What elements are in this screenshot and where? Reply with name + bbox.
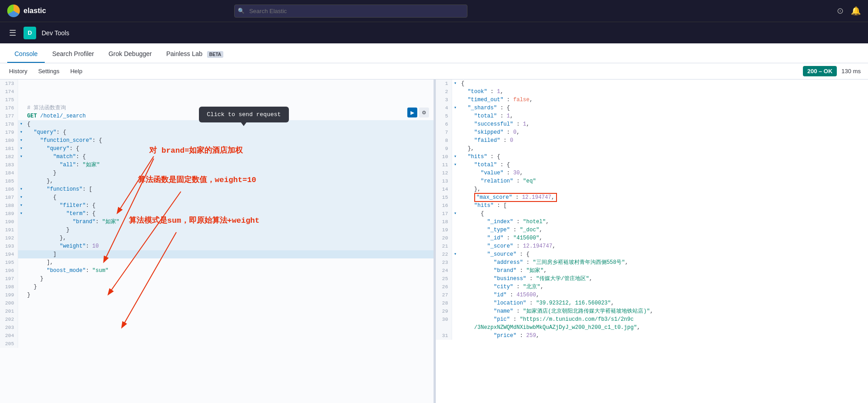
code-line: 200 [0,299,434,307]
code-line: 198 } [0,283,434,291]
result-line: 21 "_score" : 12.194747, [436,242,868,250]
result-line: 14 }, [436,185,868,193]
global-search: 🔍 [234,5,467,18]
response-time: 130 ms [841,68,861,75]
result-line: 26 "city" : "北京", [436,283,868,291]
history-button[interactable]: History [7,67,29,75]
search-input[interactable] [234,5,467,18]
tab-search-profiler[interactable]: Search Profiler [45,46,101,63]
result-line: 2 "took" : 1, [436,88,868,96]
editor-panel[interactable]: Click to send request ▶ ⚙ 173 174 175 17… [0,80,434,403]
code-line: 175 [0,96,434,104]
result-line: 25 "business" : "传媒大学/管庄地区", [436,275,868,283]
code-line: 183 "all": "如家" [0,161,434,169]
result-line: /3NezpxNZWQMdNXibwbMkQuAZjDyJ_w200_h200_… [436,323,868,332]
editor-actions: ▶ ⚙ [407,108,429,117]
toolbar: History Settings Help 200 – OK 130 ms [0,63,868,80]
code-line: 174 [0,88,434,96]
run-button[interactable]: ▶ [407,108,417,117]
code-line: 205 [0,340,434,348]
result-line: 12 "value" : 30, [436,169,868,177]
result-line: 30 "pic" : "https://m.tuniucdn.com/fb3/s… [436,315,868,323]
result-line-highlighted: 15 "max_score" : 12.194747, [436,193,868,202]
elastic-logo-text: elastic [24,7,46,15]
code-line: 180 ▾ "function_score": { [0,136,434,145]
settings-button[interactable]: Settings [36,67,61,75]
result-line: 4 ▾ "_shards" : { [436,104,868,112]
result-line: 17 ▾ { [436,210,868,218]
result-line: 11 ▾ "total" : { [436,161,868,169]
code-line: 203 [0,323,434,332]
result-line: 18 "_index" : "hotel", [436,218,868,226]
code-line: 204 [0,332,434,340]
help-button[interactable]: Help [68,67,84,75]
result-line: 13 "relation" : "eq" [436,177,868,185]
app-title: Dev Tools [42,29,69,37]
result-line: 7 "skipped" : 0, [436,128,868,136]
code-line: 192 }, [0,234,434,242]
code-line: 196 "boost_mode": "sum" [0,267,434,275]
result-line: 5 "total" : 1, [436,112,868,120]
code-line: 182 ▾ "match": { [0,153,434,161]
tab-console[interactable]: Console [7,46,45,63]
code-line: 190 "brand": "如家" [0,218,434,226]
result-line: 6 "successful" : 1, [436,120,868,128]
code-line: 193 "weight": 10 [0,242,434,250]
avatar: D [24,27,36,39]
code-line: 201 [0,307,434,315]
top-navigation: elastic 🔍 ⊙ 🔔 [0,0,868,22]
help-circle-icon[interactable]: ⊙ [837,6,844,16]
result-line: 8 "failed" : 0 [436,136,868,145]
code-line: 202 [0,315,434,323]
app-bar: ☰ D Dev Tools [0,22,868,43]
result-line: 22 ▾ "_source" : { [436,250,868,258]
result-line: 9 }, [436,145,868,153]
code-line: 187 ▾ { [0,193,434,202]
send-tooltip: Click to send request [199,107,289,122]
code-line: 195 ], [0,258,434,267]
result-line: 10 ▾ "hits" : { [436,153,868,161]
hamburger-menu-button[interactable]: ☰ [7,26,18,40]
result-line: 16 "hits" : [ [436,202,868,210]
code-line: 194 ] [0,250,434,258]
tab-grok-debugger[interactable]: Grok Debugger [101,46,159,63]
code-line: 184 } [0,169,434,177]
result-line: 3 "timed_out" : false, [436,96,868,104]
result-panel[interactable]: 1 ▾ { 2 "took" : 1, 3 "timed_out" : fals… [436,80,868,403]
tabs-bar: Console Search Profiler Grok Debugger Pa… [0,43,868,63]
code-line: 191 } [0,226,434,234]
result-line: 19 "_type" : "_doc", [436,226,868,234]
tab-painless-lab[interactable]: Painless Lab BETA [159,46,231,63]
code-line: 173 [0,80,434,88]
code-line: 185 }, [0,177,434,185]
tools-button[interactable]: ⚙ [419,108,429,117]
status-badge: 200 – OK [803,66,837,76]
result-line: 29 "name" : "如家酒店(北京朝阳北路传媒大学褡裢坡地铁站店)", [436,307,868,315]
code-line: 179 ▾ "query": { [0,128,434,136]
result-line: 1 ▾ { [436,80,868,88]
code-line: 199 } [0,291,434,299]
result-line: 28 "location" : "39.923212, 116.560023", [436,299,868,307]
code-line: 189 ▾ "term": { [0,210,434,218]
beta-badge: BETA [207,51,223,58]
search-icon: 🔍 [238,8,245,14]
notifications-icon[interactable]: 🔔 [851,6,861,16]
result-line: 27 "id" : 415600, [436,291,868,299]
elastic-logo-icon [7,5,20,17]
result-line: 24 "brand" : "如家", [436,267,868,275]
nav-right-icons: ⊙ 🔔 [837,6,861,16]
code-line: 186 ▾ "functions": [ [0,185,434,193]
result-line: 23 "address" : "三间房乡褡裢坡村青年沟西侧558号", [436,258,868,267]
result-line: 31 "price" : 259, [436,332,868,340]
result-line: 20 "_id" : "415600", [436,234,868,242]
code-line: 188 ▾ "filter": { [0,202,434,210]
code-line: 181 ▾ "query": { [0,145,434,153]
code-line: 197 } [0,275,434,283]
main-content: Click to send request ▶ ⚙ 173 174 175 17… [0,80,868,403]
elastic-logo[interactable]: elastic [7,5,46,17]
